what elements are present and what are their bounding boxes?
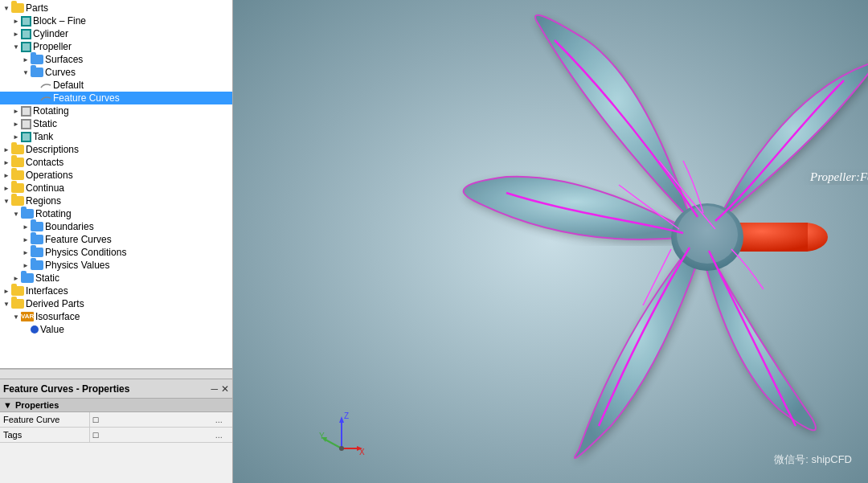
tree-expander[interactable]: ► — [23, 236, 31, 244]
tree-item-contacts[interactable]: ►Contacts — [0, 156, 232, 169]
tree-icon-folder-yellow — [11, 158, 24, 167]
tree-item-static1[interactable]: ►Static — [0, 117, 232, 130]
tree-expander[interactable]: ► — [13, 31, 21, 38]
tree-item-label: Curves — [45, 67, 76, 78]
tree-item-label: Physics Values — [45, 260, 109, 271]
tree-item-label: Operations — [26, 170, 73, 181]
tree-icon-box-teal — [21, 16, 31, 27]
tree-item-label: Value — [40, 324, 64, 335]
tree-icon-folder-yellow — [11, 183, 24, 193]
tree-item-regions[interactable]: ▼Regions — [0, 194, 232, 207]
tree-item-surfaces[interactable]: ►Surfaces — [0, 53, 232, 66]
tree-expander[interactable]: ► — [23, 223, 31, 231]
tree-expander[interactable]: ► — [13, 121, 21, 128]
tree-expander[interactable]: ▼ — [3, 5, 11, 12]
tree-item-physics-conditions[interactable]: ►Physics Conditions — [0, 246, 232, 259]
tree-item-cylinder[interactable]: ►Cylinder — [0, 27, 232, 40]
tree-item-block-fine[interactable]: ►Block – Fine — [0, 14, 232, 27]
tree-icon-folder-yellow — [11, 286, 24, 296]
properties-table: Feature Curve□...Tags□... — [0, 412, 232, 443]
property-browse-button[interactable]: ... — [206, 412, 232, 428]
tree-item-curves[interactable]: ▼Curves — [0, 66, 232, 79]
tree-item-static2[interactable]: ►Static — [0, 272, 232, 284]
tree-expander[interactable]: ► — [23, 262, 31, 269]
tree-expander[interactable]: ► — [13, 133, 21, 141]
tree-item-label: Regions — [26, 195, 61, 207]
tree-item-label: Static — [35, 272, 59, 284]
property-value[interactable]: □ — [89, 412, 206, 428]
tree-item-rotating[interactable]: ►Rotating — [0, 104, 232, 117]
property-label: Feature Curve — [0, 412, 89, 428]
tree-item-label: Default — [53, 80, 84, 91]
tree-icon-curve — [40, 94, 51, 102]
tree-item-rotating2[interactable]: ▼Rotating — [0, 207, 232, 220]
tree-expander[interactable]: ► — [3, 185, 11, 192]
tree-item-physics-values[interactable]: ►Physics Values — [0, 259, 232, 272]
property-value[interactable]: □ — [89, 428, 206, 443]
tree-expander[interactable]: ► — [3, 146, 11, 153]
tree-item-value[interactable]: Value — [0, 323, 232, 336]
tree-expander[interactable]: ► — [23, 56, 31, 63]
properties-minimize-button[interactable]: ─ — [211, 383, 218, 395]
tree-expander[interactable]: ▼ — [13, 43, 21, 51]
tree-item-label: Block – Fine — [33, 15, 86, 27]
tree-icon-folder-yellow — [11, 196, 24, 206]
tree-expander[interactable]: ▼ — [23, 69, 31, 76]
tree-item-isosurface[interactable]: ▼VARIsosurface — [0, 310, 232, 323]
tree-container[interactable]: ▼Parts►Block – Fine►Cylinder▼Propeller►S… — [0, 0, 232, 369]
tree-icon-curve — [40, 81, 51, 89]
tree-icon-folder-blue — [31, 260, 43, 270]
tree-item-label: Boundaries — [45, 221, 94, 232]
tree-item-label: Feature Curves — [45, 234, 112, 245]
tree-item-boundaries[interactable]: ►Boundaries — [0, 220, 232, 233]
tree-expander[interactable]: ► — [13, 108, 21, 115]
tree-expander[interactable]: ► — [3, 172, 11, 179]
properties-section-expander[interactable]: ▼ — [3, 400, 12, 410]
tree-item-default[interactable]: Default — [0, 79, 232, 92]
tree-icon-folder-blue — [21, 209, 34, 219]
tree-expander[interactable]: ▼ — [3, 198, 11, 205]
tree-item-feature-curves[interactable]: Feature Curves — [0, 92, 232, 104]
tree-item-label: Isosurface — [35, 311, 80, 322]
tree-icon-box-teal — [21, 29, 31, 39]
tree-expander[interactable]: ▼ — [3, 301, 11, 308]
tree-expander[interactable]: ► — [3, 288, 11, 295]
svg-text:X: X — [359, 448, 365, 456]
tree-item-label: Derived Parts — [26, 298, 84, 309]
tree-item-parts[interactable]: ▼Parts — [0, 2, 232, 14]
properties-close-button[interactable]: ✕ — [221, 383, 229, 395]
tree-expander[interactable]: ► — [13, 275, 21, 282]
tree-icon-folder-blue — [31, 248, 43, 257]
tree-item-propeller[interactable]: ▼Propeller — [0, 40, 232, 53]
tree-icon-folder-blue — [31, 68, 43, 77]
svg-line-10 — [324, 439, 342, 448]
tree-item-descriptions[interactable]: ►Descriptions — [0, 143, 232, 156]
tree-expander[interactable]: ▼ — [13, 313, 21, 321]
tree-expander[interactable]: ► — [23, 249, 31, 256]
properties-row: Feature Curve□... — [0, 412, 232, 428]
tree-item-label: Tank — [33, 131, 53, 142]
tree-icon-folder-blue — [31, 55, 43, 64]
tree-expander[interactable]: ► — [3, 159, 11, 166]
tree-item-feature-curves2[interactable]: ►Feature Curves — [0, 233, 232, 246]
tree-scrollbar[interactable] — [0, 369, 232, 379]
watermark: 微信号: shipCFD — [774, 452, 852, 467]
tree-item-derived-parts[interactable]: ▼Derived Parts — [0, 297, 232, 310]
tree-item-continua[interactable]: ►Continua — [0, 182, 232, 194]
tree-item-label: Interfaces — [26, 285, 68, 297]
properties-row: Tags□... — [0, 428, 232, 443]
tree-item-operations[interactable]: ►Operations — [0, 169, 232, 182]
properties-title: Feature Curves - Properties — [3, 383, 129, 395]
tree-icon-folder-yellow — [11, 299, 24, 309]
tree-expander[interactable]: ▼ — [13, 211, 21, 218]
property-browse-button[interactable]: ... — [206, 428, 232, 443]
tree-item-interfaces[interactable]: ►Interfaces — [0, 284, 232, 297]
tree-icon-box — [21, 119, 31, 129]
tree-item-tank[interactable]: ►Tank — [0, 130, 232, 143]
tree-item-label: Rotating — [33, 105, 69, 117]
axis-widget: Z Y X — [317, 408, 366, 459]
tree-item-label: Descriptions — [26, 144, 79, 155]
tree-item-label: Contacts — [26, 157, 63, 168]
property-label: Tags — [0, 428, 89, 443]
tree-expander[interactable]: ► — [13, 18, 21, 25]
